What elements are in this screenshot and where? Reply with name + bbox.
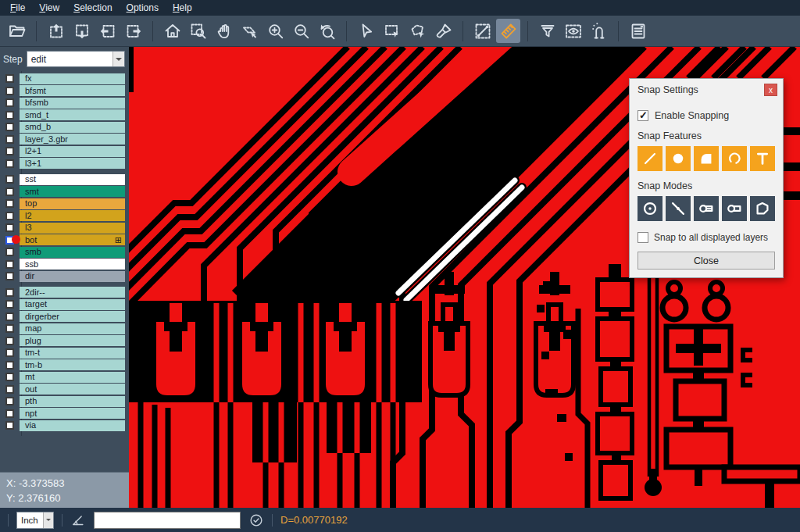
- zoom-in-button[interactable]: [263, 19, 288, 43]
- layer-row-out[interactable]: out: [0, 384, 125, 396]
- snap-pad-button[interactable]: [666, 146, 691, 171]
- layer-visibility-checkbox[interactable]: [5, 98, 14, 107]
- filter-button[interactable]: [535, 19, 559, 43]
- zoom-out-button[interactable]: [289, 19, 313, 43]
- mode-center-button[interactable]: [638, 196, 662, 221]
- layer-row-top[interactable]: top: [0, 198, 125, 210]
- layer-row-dir[interactable]: dir: [0, 270, 125, 283]
- layer-name[interactable]: fx: [20, 73, 125, 84]
- layer-row-fx[interactable]: fx: [0, 73, 125, 85]
- layer-row-l3[interactable]: l3: [0, 222, 125, 234]
- layer-visibility-checkbox[interactable]: [5, 272, 14, 280]
- layer-visibility-checkbox[interactable]: [5, 361, 14, 370]
- layer-row-plug[interactable]: plug: [0, 335, 125, 348]
- layer-name[interactable]: l2: [20, 210, 125, 221]
- layer-row-layer_3.gbr[interactable]: layer_3.gbr: [0, 134, 125, 146]
- snap-arc-button[interactable]: [722, 146, 747, 171]
- layer-visibility-checkbox[interactable]: [5, 159, 14, 168]
- select-pointer-button[interactable]: [354, 19, 378, 43]
- layer-name[interactable]: dir: [20, 271, 125, 282]
- layer-name[interactable]: tm-t: [20, 348, 125, 359]
- layer-row-l2+1[interactable]: l2+1: [0, 145, 125, 158]
- select-polygon-button[interactable]: [405, 19, 430, 43]
- snap-surface-button[interactable]: [694, 146, 719, 171]
- layer-visibility-checkbox[interactable]: [5, 223, 14, 232]
- measure-line-button[interactable]: [470, 19, 495, 43]
- layer-name[interactable]: sst: [20, 174, 125, 185]
- mode-open-slot-button[interactable]: [722, 196, 747, 221]
- step-select[interactable]: edit: [27, 51, 125, 67]
- ruler-button[interactable]: [496, 19, 520, 43]
- pcb-canvas[interactable]: Snap Settings x Enable Snapping Snap Fea…: [129, 47, 800, 508]
- layer-row-tm-t[interactable]: tm-t: [0, 347, 125, 359]
- layer-name[interactable]: top: [20, 198, 125, 209]
- shift-left-button[interactable]: [95, 19, 120, 43]
- layer-visibility-checkbox[interactable]: [5, 348, 14, 357]
- layer-row-l3+1[interactable]: l3+1: [0, 158, 125, 170]
- layer-name[interactable]: target: [20, 299, 125, 310]
- layer-name[interactable]: smd_b: [20, 122, 125, 133]
- layer-row-ssb[interactable]: ssb: [0, 259, 125, 271]
- layer-visibility-checkbox[interactable]: [5, 337, 14, 345]
- menu-options[interactable]: Options: [120, 1, 166, 15]
- mode-slot-button[interactable]: [694, 196, 719, 221]
- layer-visibility-checkbox[interactable]: [5, 409, 14, 418]
- layer-row-bfsmb[interactable]: bfsmb: [0, 97, 125, 109]
- zoom-previous-button[interactable]: [315, 19, 339, 43]
- layer-name[interactable]: map: [20, 323, 125, 334]
- select-rect-button[interactable]: [380, 19, 404, 43]
- layer-row-smb[interactable]: smb: [0, 246, 125, 259]
- shift-up-button[interactable]: [44, 19, 68, 43]
- layer-name[interactable]: plug: [20, 335, 125, 346]
- layer-visibility-checkbox[interactable]: [5, 212, 14, 220]
- snap-line-button[interactable]: [638, 146, 662, 171]
- menu-view[interactable]: View: [32, 1, 66, 15]
- shift-right-button[interactable]: [121, 19, 145, 43]
- layer-visibility-checkbox[interactable]: [5, 111, 14, 120]
- layer-name[interactable]: pth: [20, 396, 125, 407]
- layer-row-sst[interactable]: sst: [0, 173, 125, 186]
- layer-name[interactable]: layer_3.gbr: [20, 134, 125, 145]
- layer-name[interactable]: mt: [20, 372, 125, 383]
- layer-name[interactable]: bot⊞: [20, 234, 125, 245]
- attributes-panel-button[interactable]: [626, 19, 650, 43]
- layer-row-via[interactable]: via: [0, 420, 125, 432]
- layer-name[interactable]: smd_t: [20, 109, 125, 120]
- layer-visibility-checkbox[interactable]: [5, 373, 14, 381]
- layer-visibility-checkbox[interactable]: [5, 385, 14, 394]
- layer-row-2dir--[interactable]: 2dir--: [0, 287, 125, 299]
- mode-point-button[interactable]: [666, 196, 691, 221]
- layer-name[interactable]: 2dir--: [20, 287, 125, 298]
- layer-name[interactable]: via: [20, 420, 125, 431]
- command-input[interactable]: [94, 512, 241, 529]
- layer-name[interactable]: smt: [20, 186, 125, 197]
- layer-name[interactable]: l2+1: [20, 146, 125, 157]
- layer-row-dirgerber[interactable]: dirgerber: [0, 311, 125, 323]
- layer-row-bfsmt[interactable]: bfsmt: [0, 85, 125, 98]
- unit-select[interactable]: Inch: [16, 512, 54, 529]
- zoom-object-button[interactable]: [238, 19, 262, 43]
- snap-text-button[interactable]: [750, 146, 775, 171]
- layer-visibility-checkbox[interactable]: [5, 87, 14, 95]
- layer-visibility-checkbox[interactable]: [5, 312, 14, 321]
- home-view-button[interactable]: [160, 19, 184, 43]
- menu-help[interactable]: Help: [166, 1, 199, 15]
- layer-visibility-checkbox[interactable]: [5, 324, 14, 333]
- layer-name[interactable]: l3: [20, 223, 125, 234]
- layer-name[interactable]: dirgerber: [20, 311, 125, 322]
- layer-row-smd_t[interactable]: smd_t: [0, 109, 125, 122]
- dialog-titlebar[interactable]: Snap Settings x: [630, 79, 783, 98]
- layer-name[interactable]: tm-b: [20, 359, 125, 370]
- zoom-window-button[interactable]: [186, 19, 210, 43]
- layer-visibility-checkbox[interactable]: [5, 288, 14, 297]
- layer-visibility-checkbox[interactable]: [5, 300, 14, 309]
- close-icon[interactable]: x: [764, 84, 777, 96]
- pan-hand-button[interactable]: [212, 19, 236, 43]
- snap-magnet-button[interactable]: [587, 19, 611, 43]
- layer-name[interactable]: npt: [20, 408, 125, 419]
- layer-name[interactable]: smb: [20, 247, 125, 258]
- layer-name[interactable]: bfsmb: [20, 98, 125, 109]
- layer-visibility-checkbox[interactable]: [5, 397, 14, 405]
- layer-row-smt[interactable]: smt: [0, 186, 125, 198]
- shift-down-button[interactable]: [70, 19, 94, 43]
